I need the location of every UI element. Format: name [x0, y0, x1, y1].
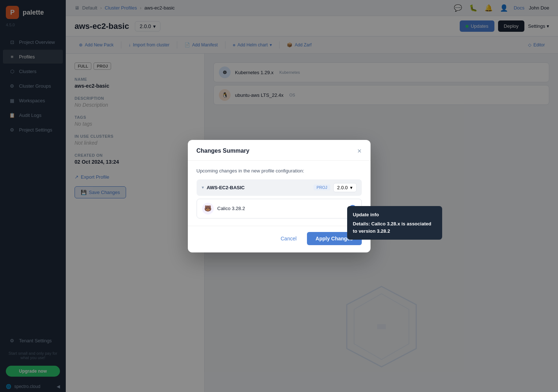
changes-summary-modal: Changes Summary × Upcoming changes in th…	[188, 140, 371, 252]
modal-body: Upcoming changes in the new profile conf…	[188, 161, 371, 226]
calico-icon: 🐻	[202, 203, 214, 214]
profile-chevron-icon: ▾	[202, 185, 204, 190]
profile-version-chevron-icon: ▾	[350, 185, 353, 190]
cancel-button[interactable]: Cancel	[275, 233, 303, 244]
modal-header: Changes Summary ×	[188, 140, 371, 161]
modal-close-button[interactable]: ×	[357, 147, 362, 155]
calico-container: 🐻 Calico 3.28.2 i Update info Details: C…	[197, 199, 362, 218]
update-info-tooltip: Update info Details: Calico 3.28.x is as…	[347, 206, 442, 240]
calico-row: 🐻 Calico 3.28.2 i Update info Details: C…	[197, 199, 362, 218]
profile-tag-badge: PROJ	[314, 184, 330, 190]
info-icon[interactable]: i Update info Details: Calico 3.28.x is …	[349, 205, 356, 212]
profile-name: AWS-EC2-BASIC	[207, 185, 311, 190]
modal-title: Changes Summary	[197, 148, 250, 154]
tooltip-title: Update info	[353, 211, 436, 218]
modal-overlay: Changes Summary × Upcoming changes in th…	[0, 0, 558, 392]
profile-version-dropdown[interactable]: 2.0.0 ▾	[333, 183, 357, 192]
modal-footer: Cancel Apply Changes	[188, 226, 371, 252]
modal-description: Upcoming changes in the new profile conf…	[197, 168, 362, 174]
profile-row: ▾ AWS-EC2-BASIC PROJ 2.0.0 ▾	[197, 179, 362, 196]
tooltip-details-label: Details:	[353, 221, 370, 227]
calico-name: Calico 3.28.2	[217, 206, 345, 211]
profile-version-value: 2.0.0	[337, 185, 348, 190]
tooltip-details: Details: Calico 3.28.x is associated to …	[353, 220, 436, 235]
